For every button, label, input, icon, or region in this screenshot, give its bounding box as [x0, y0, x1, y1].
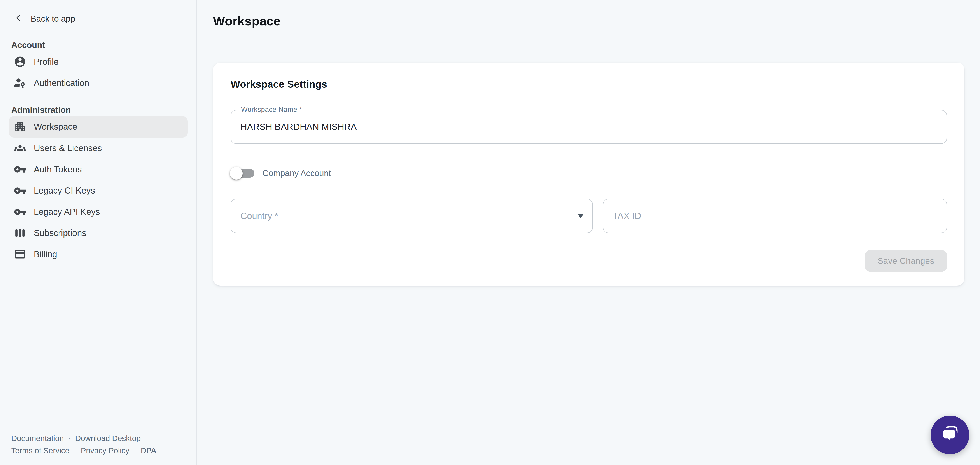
back-to-app-label: Back to app: [30, 14, 75, 24]
privacy-policy-link[interactable]: Privacy Policy: [81, 446, 129, 455]
section-label-administration: Administration: [0, 104, 196, 116]
building-icon: [14, 121, 26, 133]
workspace-settings-card: Workspace Settings Workspace Name * Comp…: [213, 62, 964, 286]
key-icon: [14, 163, 26, 176]
sidebar-item-label: Workspace: [34, 122, 77, 132]
workspace-name-field: Workspace Name *: [231, 110, 947, 144]
page-header: Workspace: [197, 0, 980, 43]
main-panel: Workspace Workspace Settings Workspace N…: [197, 0, 980, 465]
back-to-app-button[interactable]: Back to app: [0, 10, 196, 27]
sidebar-footer: Documentation·Download Desktop Terms of …: [0, 432, 196, 465]
page-title: Workspace: [213, 14, 281, 28]
section-label-account: Account: [0, 39, 196, 51]
country-placeholder: Country *: [240, 211, 278, 221]
chat-bubbles-icon: [939, 423, 961, 447]
save-changes-button[interactable]: Save Changes: [865, 250, 947, 272]
chevron-left-icon: [14, 13, 23, 24]
caret-down-icon: [578, 214, 584, 218]
sidebar-item-subscriptions[interactable]: Subscriptions: [9, 223, 188, 244]
card-actions: Save Changes: [231, 250, 947, 272]
groups-icon: [14, 142, 26, 154]
sidebar-item-billing[interactable]: Billing: [9, 244, 188, 265]
tax-id-field: [603, 199, 947, 233]
workspace-settings-page: Back to app Account Profile Authenticati…: [0, 0, 980, 465]
account-circle-icon: [14, 56, 26, 68]
workspace-name-label: Workspace Name *: [238, 106, 305, 113]
workspace-name-input[interactable]: [231, 110, 946, 143]
country-select[interactable]: Country *: [231, 199, 593, 233]
sidebar-item-legacy-api-keys[interactable]: Legacy API Keys: [9, 201, 188, 223]
columns-icon: [14, 227, 26, 239]
settings-sidebar: Back to app Account Profile Authenticati…: [0, 0, 197, 465]
sidebar-item-label: Authentication: [34, 78, 89, 88]
card-title: Workspace Settings: [231, 79, 947, 90]
sidebar-item-label: Legacy CI Keys: [34, 186, 95, 196]
documentation-link[interactable]: Documentation: [11, 434, 64, 443]
person-key-icon: [14, 77, 26, 89]
credit-card-icon: [14, 248, 26, 261]
sidebar-item-label: Subscriptions: [34, 228, 86, 238]
sidebar-item-label: Users & Licenses: [34, 143, 102, 153]
tax-id-input[interactable]: [603, 199, 947, 233]
footer-row-1: Documentation·Download Desktop: [11, 432, 185, 445]
key-icon: [14, 185, 26, 197]
toggle-thumb: [230, 167, 242, 179]
sidebar-item-authentication[interactable]: Authentication: [9, 72, 188, 94]
dpa-link[interactable]: DPA: [141, 446, 156, 455]
dot-separator: ·: [74, 446, 76, 455]
sidebar-item-legacy-ci-keys[interactable]: Legacy CI Keys: [9, 180, 188, 201]
company-account-label: Company Account: [262, 169, 331, 178]
country-tax-row: Country *: [231, 199, 947, 233]
sidebar-item-label: Billing: [34, 249, 57, 259]
sidebar-item-workspace[interactable]: Workspace: [9, 116, 188, 137]
sidebar-item-label: Profile: [34, 57, 59, 67]
sidebar-item-users-licenses[interactable]: Users & Licenses: [9, 138, 188, 159]
terms-of-service-link[interactable]: Terms of Service: [11, 446, 69, 455]
sidebar-item-label: Auth Tokens: [34, 164, 81, 174]
download-desktop-link[interactable]: Download Desktop: [75, 434, 141, 443]
sidebar-item-label: Legacy API Keys: [34, 207, 100, 217]
company-account-row: Company Account: [231, 165, 947, 181]
dot-separator: ·: [134, 446, 136, 455]
key-icon: [14, 205, 26, 218]
footer-row-2: Terms of Service·Privacy Policy·DPA: [11, 445, 185, 457]
sidebar-item-auth-tokens[interactable]: Auth Tokens: [9, 159, 188, 180]
company-account-toggle[interactable]: [231, 167, 255, 179]
content-area: Workspace Settings Workspace Name * Comp…: [197, 43, 980, 286]
chat-launcher-button[interactable]: [931, 416, 969, 454]
dot-separator: ·: [68, 434, 71, 443]
sidebar-item-profile[interactable]: Profile: [9, 51, 188, 72]
